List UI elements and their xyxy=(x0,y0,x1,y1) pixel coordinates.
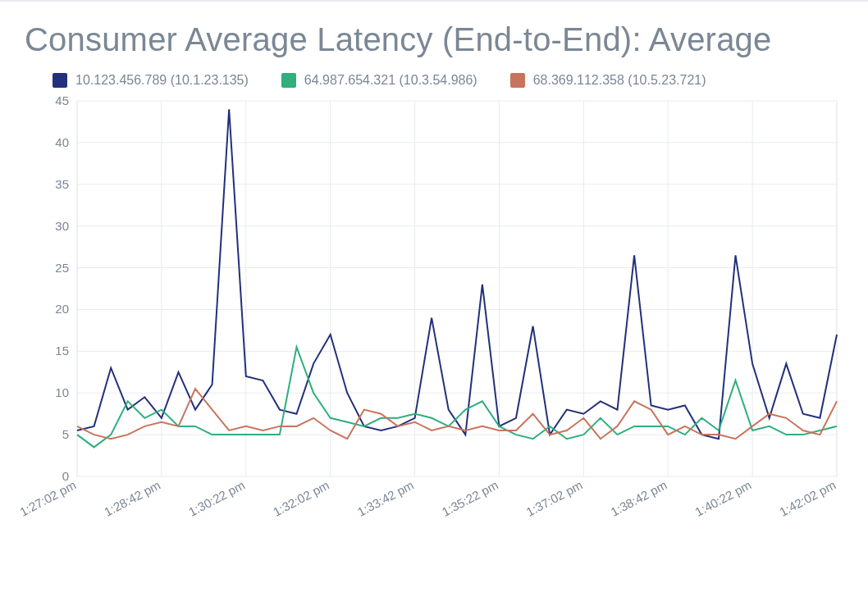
svg-text:1:35:22 pm: 1:35:22 pm xyxy=(440,478,500,519)
svg-text:1:32:02 pm: 1:32:02 pm xyxy=(271,478,331,519)
svg-text:1:40:22 pm: 1:40:22 pm xyxy=(692,478,753,519)
legend-label-2: 64.987.654.321 (10.3.54.986) xyxy=(304,73,477,88)
legend-swatch-1 xyxy=(53,73,67,88)
chart-svg: 0510152025303540451:27:02 pm1:28:42 pm1:… xyxy=(11,91,852,567)
legend-item-series-1[interactable]: 10.123.456.789 (10.1.23.135) xyxy=(53,73,249,88)
legend-label-1: 10.123.456.789 (10.1.23.135) xyxy=(75,73,249,88)
legend-label-3: 68.369.112.358 (10.5.23.721) xyxy=(533,73,706,88)
legend-item-series-2[interactable]: 64.987.654.321 (10.3.54.986) xyxy=(281,73,477,88)
svg-text:25: 25 xyxy=(55,261,69,275)
svg-text:1:30:22 pm: 1:30:22 pm xyxy=(186,478,247,519)
svg-text:30: 30 xyxy=(55,219,69,233)
svg-text:1:37:02 pm: 1:37:02 pm xyxy=(523,478,584,519)
svg-text:35: 35 xyxy=(55,177,69,191)
svg-text:15: 15 xyxy=(55,344,69,357)
legend-swatch-3 xyxy=(510,73,525,88)
svg-text:10: 10 xyxy=(55,385,69,399)
legend-swatch-2 xyxy=(281,73,296,88)
svg-text:20: 20 xyxy=(55,302,69,316)
svg-text:1:27:02 pm: 1:27:02 pm xyxy=(17,478,78,519)
svg-text:1:28:42 pm: 1:28:42 pm xyxy=(102,478,162,519)
svg-text:45: 45 xyxy=(55,93,69,107)
svg-text:1:38:42 pm: 1:38:42 pm xyxy=(608,478,669,519)
legend-item-series-3[interactable]: 68.369.112.358 (10.5.23.721) xyxy=(510,73,706,88)
svg-text:1:42:02 pm: 1:42:02 pm xyxy=(777,478,838,519)
chart-title: Consumer Average Latency (End-to-End): A… xyxy=(0,2,868,66)
svg-text:1:33:42 pm: 1:33:42 pm xyxy=(355,478,416,519)
chart-plot-area: 0510152025303540451:27:02 pm1:28:42 pm1:… xyxy=(11,91,852,567)
svg-text:40: 40 xyxy=(55,135,69,149)
svg-text:5: 5 xyxy=(62,427,69,441)
chart-legend: 10.123.456.789 (10.1.23.135) 64.987.654.… xyxy=(0,66,868,91)
